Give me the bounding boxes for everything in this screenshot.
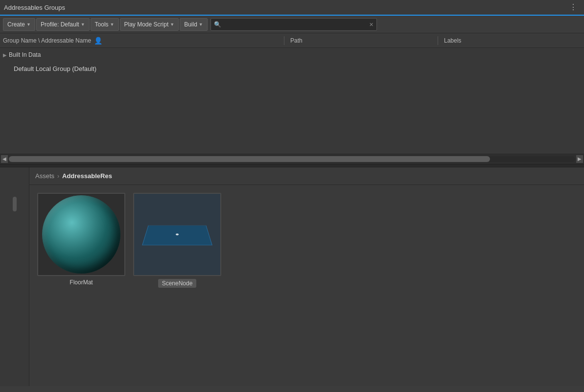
default-local-group-label: Default Local Group (Default) — [14, 65, 96, 72]
profile-button[interactable]: Profile: Default ▼ — [36, 18, 90, 31]
floormat-sphere — [42, 195, 120, 274]
asset-label-scenenode: SceneNode — [158, 279, 197, 288]
asset-thumb-scenenode — [133, 193, 221, 276]
search-input[interactable] — [223, 21, 370, 28]
asset-label-floormat: FloorMat — [70, 279, 93, 286]
profile-dropdown-arrow: ▼ — [81, 22, 85, 27]
col-group-icon: 👤 — [94, 37, 102, 45]
breadcrumb: Assets › AddressableRes — [29, 167, 584, 185]
col-divider-2 — [438, 36, 438, 45]
breadcrumb-assets[interactable]: Assets — [35, 172, 54, 180]
sidebar-scroll-thumb — [13, 197, 17, 211]
search-container: 🔍 × — [210, 18, 377, 31]
search-icon: 🔍 — [214, 21, 221, 28]
scroll-right-button[interactable]: ▶ — [576, 155, 583, 163]
search-clear-button[interactable]: × — [370, 21, 374, 28]
sidebar-scroll-area — [0, 167, 29, 386]
panel-title: Addressables Groups — [4, 4, 65, 11]
scroll-thumb — [9, 156, 490, 162]
build-dropdown-arrow: ▼ — [199, 22, 203, 27]
play-mode-script-button[interactable]: Play Mode Script ▼ — [120, 18, 179, 31]
asset-item-floormat[interactable]: FloorMat — [37, 193, 125, 288]
title-bar-menu: ⋮ — [566, 2, 580, 12]
asset-thumb-floormat — [37, 193, 125, 276]
breadcrumb-arrow: › — [57, 173, 59, 180]
bottom-panel: Assets › AddressableRes FloorMat Scen — [0, 167, 584, 386]
scenenode-plane — [142, 226, 212, 246]
col-divider-1 — [284, 36, 284, 45]
tools-dropdown-arrow: ▼ — [110, 22, 115, 27]
tree-item-default-local-group[interactable]: Default Local Group (Default) — [0, 62, 584, 75]
assets-grid: FloorMat SceneNode — [29, 185, 584, 386]
col-labels-header: Labels — [440, 37, 581, 44]
asset-item-scenenode[interactable]: SceneNode — [133, 193, 221, 288]
column-headers: Group Name \ Addressable Name 👤 Path Lab… — [0, 33, 584, 48]
scroll-track[interactable] — [9, 156, 575, 162]
create-dropdown-arrow: ▼ — [26, 22, 31, 27]
tree-item-built-in-data[interactable]: ▶ Built In Data — [0, 48, 584, 62]
toolbar: Create ▼ Profile: Default ▼ Tools ▼ Play… — [0, 16, 584, 33]
create-button[interactable]: Create ▼ — [3, 18, 35, 31]
tree-empty-space — [0, 75, 584, 154]
col-path-header: Path — [286, 37, 436, 44]
tree-content: ▶ Built In Data Default Local Group (Def… — [0, 48, 584, 154]
play-mode-dropdown-arrow: ▼ — [170, 22, 174, 27]
horizontal-scrollbar: ◀ ▶ — [0, 154, 584, 163]
built-in-data-label: Built In Data — [9, 51, 41, 58]
col-name-header: Group Name \ Addressable Name 👤 — [3, 37, 282, 45]
addressables-groups-panel: Addressables Groups ⋮ Create ▼ Profile: … — [0, 0, 584, 164]
build-button[interactable]: Build ▼ — [180, 18, 208, 31]
title-bar: Addressables Groups ⋮ — [0, 0, 584, 16]
tools-button[interactable]: Tools ▼ — [91, 18, 119, 31]
scenenode-plane-container — [134, 193, 220, 276]
panel-menu-button[interactable]: ⋮ — [566, 2, 580, 12]
assets-main: Assets › AddressableRes FloorMat Scen — [29, 167, 584, 386]
expand-arrow-built-in: ▶ — [3, 52, 7, 58]
breadcrumb-current[interactable]: AddressableRes — [62, 172, 112, 180]
left-sidebar — [0, 167, 29, 386]
scroll-left-button[interactable]: ◀ — [1, 155, 8, 163]
